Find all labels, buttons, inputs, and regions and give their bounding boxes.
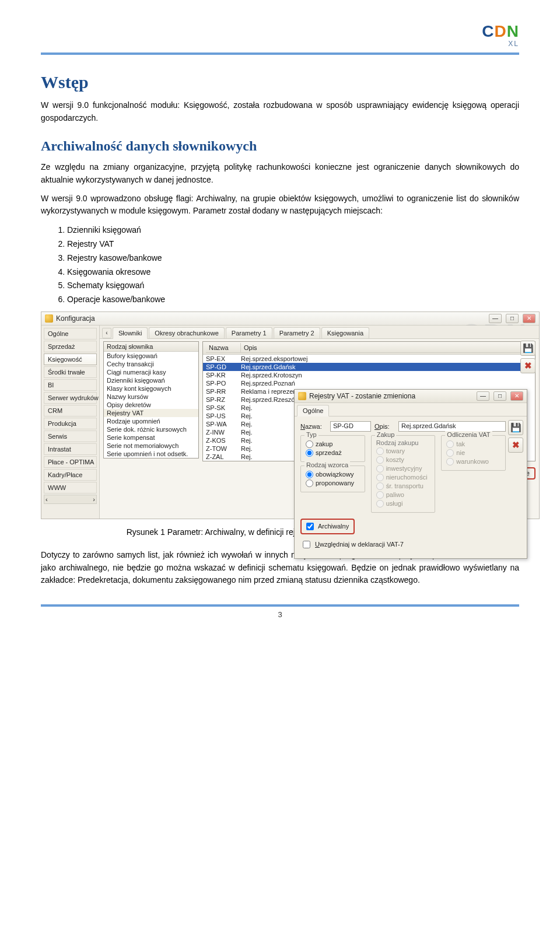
group-rodzaj-wzorca: Rodzaj wzorca obowiązkowy proponowany bbox=[300, 466, 365, 492]
radio-koszty: koszty bbox=[376, 456, 430, 464]
dialog-archive-label: Archiwalny bbox=[318, 523, 349, 530]
radio-inwestycyjny: inwestycyjny bbox=[376, 465, 430, 473]
vat7-checkbox[interactable] bbox=[303, 541, 310, 548]
config-sidebar: Ogólne Sprzedaż Księgowość Środki trwałe… bbox=[41, 326, 100, 519]
dict-row[interactable]: Rodzaje upomnień bbox=[104, 417, 198, 425]
tabs-scroll-left[interactable]: ‹ bbox=[102, 328, 111, 338]
sidebar-item-crm[interactable]: CRM bbox=[44, 405, 97, 416]
maximize-button[interactable]: □ bbox=[506, 314, 519, 323]
sidebar-item-sprzedaz[interactable]: Sprzedaż bbox=[44, 341, 97, 352]
heading-archiwalnosc: Archiwalność danych słownikowych bbox=[41, 138, 519, 154]
minimize-button[interactable]: — bbox=[489, 314, 502, 323]
tab-slowniki[interactable]: Słowniki bbox=[113, 327, 148, 339]
sidebar-item-intrastat[interactable]: Intrastat bbox=[44, 443, 97, 455]
tab-ksiegowania[interactable]: Księgowania bbox=[321, 327, 369, 338]
sidebar-item-bi[interactable]: BI bbox=[44, 379, 97, 391]
dialog-maximize[interactable]: □ bbox=[494, 391, 506, 401]
value-row[interactable]: SP-EXRej.sprzed.eksportowej bbox=[203, 355, 535, 363]
radio-tak: tak bbox=[446, 440, 501, 448]
radio-zakup[interactable]: zakup bbox=[306, 440, 360, 448]
dict-row[interactable]: Klasy kont księgowych bbox=[104, 384, 198, 393]
dict-row[interactable]: Cechy transakcji bbox=[104, 360, 198, 368]
dialog-close[interactable]: ✕ bbox=[510, 391, 523, 401]
dict-row[interactable]: Serie kompensat bbox=[104, 433, 198, 442]
list-item: Rejestry kasowe/bankowe bbox=[67, 251, 519, 265]
radio-warunkowo: warunkowo bbox=[446, 458, 501, 466]
col2-header-opis: Opis bbox=[241, 343, 532, 353]
dialog-archive-highlighted[interactable]: Archiwalny bbox=[300, 519, 355, 534]
vat-registry-dialog: Rejestry VAT - zostanie zmieniona — □ ✕ … bbox=[294, 389, 527, 559]
para-1: W wersji 9.0 funkcjonalność modułu: Księ… bbox=[41, 99, 519, 124]
radio-sprzedaz[interactable]: sprzedaż bbox=[306, 449, 360, 457]
save-icon[interactable]: 💾 bbox=[520, 341, 536, 356]
sidebar-scrollbar[interactable]: ‹› bbox=[44, 495, 97, 504]
logo-sub: XL bbox=[482, 40, 519, 48]
tab-okresy[interactable]: Okresy obrachunkowe bbox=[149, 327, 224, 338]
radio-nie: nie bbox=[446, 449, 501, 457]
page-footer: 3 bbox=[41, 604, 519, 619]
vat7-checkbox-row[interactable]: Uwzględniaj w deklaracji VAT-7 bbox=[300, 539, 506, 550]
dialog-title: Rejestry VAT - zostanie zmieniona bbox=[309, 392, 473, 400]
radio-obowiazkowy[interactable]: obowiązkowy bbox=[306, 471, 360, 478]
vat7-label: Uwzględniaj w deklaracji VAT-7 bbox=[315, 541, 404, 548]
dict-row[interactable]: Serie upomnień i not odsetk. bbox=[104, 450, 198, 458]
value-row[interactable]: SP-PORej.sprzed.Poznań bbox=[203, 379, 535, 387]
sidebar-item-place-optima[interactable]: Płace - OPTIMA bbox=[44, 456, 97, 468]
close-button[interactable]: ✕ bbox=[523, 314, 536, 323]
dict-row-selected[interactable]: Rejestry VAT bbox=[104, 409, 198, 417]
para-2: Ze względu na zmiany organizacyjne, przy… bbox=[41, 161, 519, 186]
sidebar-item-kadry-place[interactable]: Kadry/Płace bbox=[44, 469, 97, 481]
dict-row[interactable]: Serie dok. różnic kursowych bbox=[104, 425, 198, 433]
dict-row[interactable]: Nazwy kursów bbox=[104, 393, 198, 401]
sidebar-item-ogolne[interactable]: Ogólne bbox=[44, 328, 97, 340]
value-row-selected[interactable]: SP-GDRej.sprzed.Gdańsk bbox=[203, 363, 535, 371]
radio-sr-transportu: śr. transportu bbox=[376, 482, 430, 490]
list-item: Schematy księgowań bbox=[67, 279, 519, 293]
sidebar-item-serwer[interactable]: Serwer wydruków bbox=[44, 392, 97, 404]
nazwa-input[interactable]: SP-GD bbox=[330, 421, 371, 432]
radio-proponowany[interactable]: proponowany bbox=[306, 480, 360, 487]
config-title: Konfiguracja bbox=[56, 314, 485, 323]
cancel-icon[interactable]: ✖ bbox=[520, 358, 536, 373]
col2-header-nazwa: Nazwa bbox=[206, 343, 241, 353]
page-number: 3 bbox=[278, 610, 282, 619]
radio-paliwo: paliwo bbox=[376, 491, 430, 499]
list-item: Rejestry VAT bbox=[67, 237, 519, 251]
dialog-archive-checkbox[interactable] bbox=[306, 523, 314, 530]
dialog-cancel-icon[interactable]: ✖ bbox=[508, 438, 523, 453]
radio-towary: towary bbox=[376, 447, 430, 455]
zakup-sublabel: Rodzaj zakupu bbox=[376, 439, 430, 446]
list-item: Operacje kasowe/bankowe bbox=[67, 293, 519, 307]
dialog-minimize[interactable]: — bbox=[477, 391, 489, 401]
dict-row[interactable]: Serie not memoriałowych bbox=[104, 442, 198, 450]
logo-letter-d: D bbox=[495, 22, 507, 40]
dict-row[interactable]: Ciągi numeracji kasy bbox=[104, 368, 198, 376]
dict-row[interactable]: Bufory księgowań bbox=[104, 352, 198, 360]
dialog-save-icon[interactable]: 💾 bbox=[508, 420, 523, 435]
radio-nieruchomosci: nieruchomości bbox=[376, 474, 430, 481]
dict-row[interactable]: Opisy dekretów bbox=[104, 401, 198, 409]
sidebar-item-ksiegowosc[interactable]: Księgowość bbox=[44, 354, 97, 365]
feature-list: Dzienniki księgowań Rejestry VAT Rejestr… bbox=[41, 223, 519, 307]
config-window: Konfiguracja — □ ✕ CDN Ogólne Sprzedaż K… bbox=[41, 312, 540, 519]
group-odliczenia: Odliczenia VAT tak nie warunkowo bbox=[441, 435, 506, 471]
dialog-titlebar[interactable]: Rejestry VAT - zostanie zmieniona — □ ✕ bbox=[295, 390, 527, 403]
nazwa-label: Nazwa: bbox=[300, 423, 327, 430]
tab-parametry1[interactable]: Parametry 1 bbox=[226, 327, 272, 338]
tab-parametry2[interactable]: Parametry 2 bbox=[274, 327, 320, 338]
dict-row[interactable]: Dzienniki księgowań bbox=[104, 376, 198, 384]
sidebar-item-serwis[interactable]: Serwis bbox=[44, 430, 97, 442]
config-tabstrip: ‹ Słowniki Okresy obrachunkowe Parametry… bbox=[100, 326, 539, 339]
config-titlebar[interactable]: Konfiguracja — □ ✕ bbox=[41, 312, 539, 326]
dialog-tab-ogolne[interactable]: Ogólne bbox=[297, 405, 329, 416]
opis-input[interactable]: Rej.sprzed.Gdańsk bbox=[398, 421, 506, 432]
sidebar-item-www[interactable]: WWW bbox=[44, 482, 97, 494]
sidebar-item-produkcja[interactable]: Produkcja bbox=[44, 418, 97, 429]
group-zakup: Zakup Rodzaj zakupu towary koszty inwest… bbox=[371, 435, 436, 513]
opis-label: Opis: bbox=[374, 423, 395, 430]
sidebar-item-srodki[interactable]: Środki trwałe bbox=[44, 366, 97, 378]
dictionary-type-list[interactable]: Rodzaj słownika Bufory księgowań Cechy t… bbox=[103, 341, 199, 459]
col1-header: Rodzaj słownika bbox=[104, 342, 198, 352]
value-row[interactable]: SP-KRRej.sprzed.Krotoszyn bbox=[203, 371, 535, 379]
para-3: W wersji 9.0 wprowadzono obsługę flagi: … bbox=[41, 192, 519, 218]
